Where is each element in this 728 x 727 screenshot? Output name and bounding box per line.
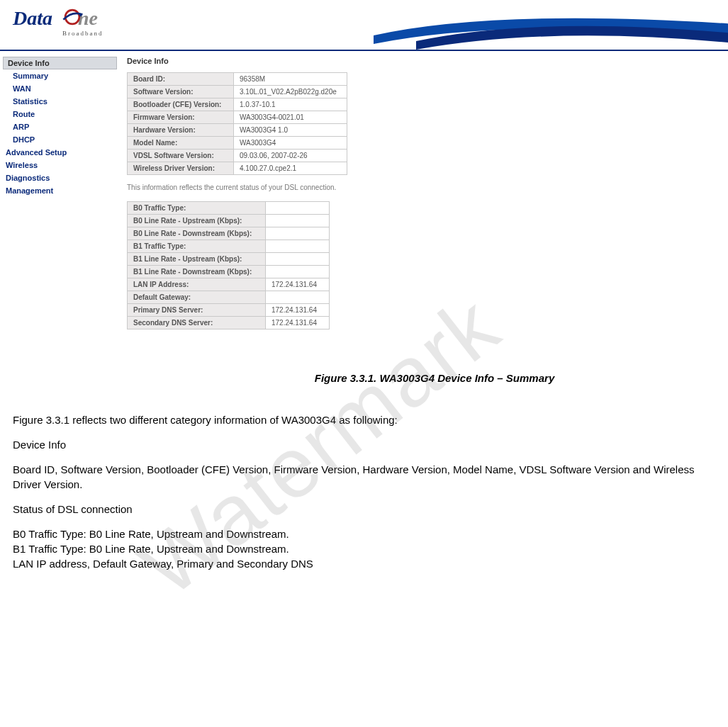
table-row: Bootloader (CFE) Version:1.0.37-10.1 xyxy=(128,98,347,111)
table-row: Model Name:WA3003G4 xyxy=(128,137,347,150)
table-row: Software Version:3.10L.01_V02.A2pB022g.d… xyxy=(128,86,347,98)
body-text: Figure 3.3.1 reflects two different cate… xyxy=(0,412,728,595)
body-p7: LAN IP address, Default Gateway, Primary… xyxy=(13,556,721,571)
cell-key: B1 Line Rate - Downstream (Kbps): xyxy=(128,266,266,278)
table-row: B0 Line Rate - Upstream (Kbps): xyxy=(128,215,330,227)
cell-val: 4.100.27.0.cpe2.1 xyxy=(234,162,347,175)
cell-val xyxy=(266,291,330,304)
sidebar-item-advanced-setup[interactable]: Advanced Setup xyxy=(3,146,117,159)
cell-val xyxy=(266,240,330,253)
cell-val xyxy=(266,253,330,266)
cell-key: B1 Line Rate - Upstream (Kbps): xyxy=(128,253,266,266)
header-banner: Data ne Broadband xyxy=(0,0,728,51)
cell-key: Software Version: xyxy=(128,86,234,98)
cell-key: Hardware Version: xyxy=(128,124,234,137)
banner-swoosh-icon xyxy=(374,0,728,51)
cell-key: LAN IP Address: xyxy=(128,278,266,291)
cell-key: Firmware Version: xyxy=(128,111,234,124)
sidebar-item-diagnostics[interactable]: Diagnostics xyxy=(3,171,117,184)
cell-val: 1.0.37-10.1 xyxy=(234,98,347,111)
cell-val: 3.10L.01_V02.A2pB022g.d20e xyxy=(234,86,347,98)
cell-val xyxy=(266,202,330,215)
cell-val: WA3003G4 1.0 xyxy=(234,124,347,137)
cell-val: 96358M xyxy=(234,73,347,86)
section-title-device-info: Device Info xyxy=(127,57,714,65)
table-row: B1 Traffic Type: xyxy=(128,240,330,253)
cell-key: Secondary DNS Server: xyxy=(128,317,266,329)
table-row: LAN IP Address:172.24.131.64 xyxy=(128,278,330,291)
table-row: B1 Line Rate - Upstream (Kbps): xyxy=(128,253,330,266)
cell-key: B0 Line Rate - Upstream (Kbps): xyxy=(128,215,266,227)
table-row: B1 Line Rate - Downstream (Kbps): xyxy=(128,266,330,278)
cell-key: B0 Line Rate - Downstream (Kbps): xyxy=(128,227,266,240)
sidebar-header-device-info[interactable]: Device Info xyxy=(3,57,117,69)
globe-arrow-icon xyxy=(60,4,85,30)
dsl-note: This information reflects the current st… xyxy=(127,184,714,191)
cell-key: Wireless Driver Version: xyxy=(128,162,234,175)
cell-key: Board ID: xyxy=(128,73,234,86)
sidebar-item-wireless[interactable]: Wireless xyxy=(3,159,117,171)
cell-key: VDSL Software Version: xyxy=(128,150,234,162)
cell-val xyxy=(266,266,330,278)
device-info-table: Board ID:96358M Software Version:3.10L.0… xyxy=(127,72,347,175)
cell-val xyxy=(266,227,330,240)
cell-key: Model Name: xyxy=(128,137,234,150)
body-p6: B1 Traffic Type: B0 Line Rate, Upstream … xyxy=(13,541,721,556)
sidebar-item-wan[interactable]: WAN xyxy=(3,82,117,95)
table-row: B0 Line Rate - Downstream (Kbps): xyxy=(128,227,330,240)
main-content: Device Info Board ID:96358M Software Ver… xyxy=(117,51,728,412)
cell-val: 172.24.131.64 xyxy=(266,304,330,317)
dsl-status-table: B0 Traffic Type: B0 Line Rate - Upstream… xyxy=(127,201,330,329)
table-row: Secondary DNS Server:172.24.131.64 xyxy=(128,317,330,329)
cell-val: 172.24.131.64 xyxy=(266,317,330,329)
cell-val: WA3003G4 xyxy=(234,137,347,150)
body-p1: Figure 3.3.1 reflects two different cate… xyxy=(13,412,721,427)
sidebar-item-arp[interactable]: ARP xyxy=(3,120,117,133)
sidebar-item-management[interactable]: Management xyxy=(3,184,117,197)
logo-subtext: Broadband xyxy=(62,30,103,37)
sidebar-item-statistics[interactable]: Statistics xyxy=(3,95,117,108)
sidebar-item-route[interactable]: Route xyxy=(3,108,117,120)
body-p2: Device Info xyxy=(13,437,721,452)
sidebar: Device Info Summary WAN Statistics Route… xyxy=(0,51,117,412)
cell-key: Default Gateway: xyxy=(128,291,266,304)
table-row: Default Gateway: xyxy=(128,291,330,304)
table-row: Hardware Version:WA3003G4 1.0 xyxy=(128,124,347,137)
table-row: Primary DNS Server:172.24.131.64 xyxy=(128,304,330,317)
cell-key: B1 Traffic Type: xyxy=(128,240,266,253)
table-row: VDSL Software Version:09.03.06, 2007-02-… xyxy=(128,150,347,162)
table-row: Firmware Version:WA3003G4-0021.01 xyxy=(128,111,347,124)
table-row: B0 Traffic Type: xyxy=(128,202,330,215)
cell-val: 172.24.131.64 xyxy=(266,278,330,291)
cell-key: Primary DNS Server: xyxy=(128,304,266,317)
cell-val: WA3003G4-0021.01 xyxy=(234,111,347,124)
cell-key: Bootloader (CFE) Version: xyxy=(128,98,234,111)
table-row: Board ID:96358M xyxy=(128,73,347,86)
logo-text-data: Data xyxy=(13,7,52,29)
cell-key: B0 Traffic Type: xyxy=(128,202,266,215)
body-p4: Status of DSL connection xyxy=(13,502,721,517)
cell-val xyxy=(266,215,330,227)
body-p3: Board ID, Software Version, Bootloader (… xyxy=(13,462,721,492)
table-row: Wireless Driver Version:4.100.27.0.cpe2.… xyxy=(128,162,347,175)
body-p5: B0 Traffic Type: B0 Line Rate, Upstream … xyxy=(13,526,721,541)
figure-caption: Figure 3.3.1. WA3003G4 Device Info – Sum… xyxy=(155,372,714,384)
sidebar-item-dhcp[interactable]: DHCP xyxy=(3,133,117,146)
logo: Data ne Broadband xyxy=(13,7,103,37)
sidebar-item-summary[interactable]: Summary xyxy=(3,69,117,82)
cell-val: 09.03.06, 2007-02-26 xyxy=(234,150,347,162)
